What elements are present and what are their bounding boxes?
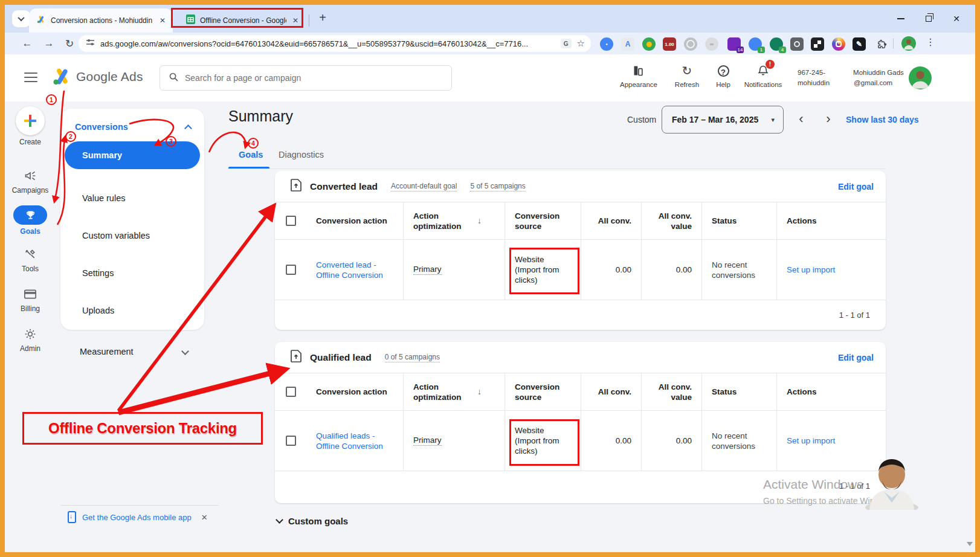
sidebar-item-billing[interactable]: Billing: [5, 286, 56, 313]
browser-tab-sheets[interactable]: Offline Conversion - Google Sh ✕: [179, 8, 306, 33]
browser-profile-avatar[interactable]: [901, 36, 916, 51]
forward-icon[interactable]: →: [41, 36, 57, 51]
extension-keyword-tool-icon[interactable]: A: [621, 37, 634, 51]
window-close-button[interactable]: ✕: [943, 5, 970, 33]
goal-default-badge[interactable]: Account-default goal: [391, 182, 457, 192]
col-action-optimization[interactable]: Action optimization↓: [403, 202, 505, 239]
row-checkbox[interactable]: [286, 436, 296, 446]
extensions-puzzle-icon[interactable]: [875, 37, 888, 51]
sidebar-item-admin[interactable]: Admin: [5, 326, 56, 353]
extension-price-tracker-icon[interactable]: 1.00: [663, 37, 676, 51]
col-all-conv[interactable]: All conv.: [581, 373, 641, 410]
select-all-checkbox[interactable]: [286, 387, 296, 397]
subnav-item-custom-variables[interactable]: Custom variables: [82, 231, 150, 240]
conversion-action-link[interactable]: Qualified leads - Offline Conversion: [316, 431, 393, 451]
col-all-conv[interactable]: All conv.: [581, 202, 641, 239]
divider: [60, 505, 219, 506]
chevron-down-icon[interactable]: [181, 347, 189, 355]
extension-globe-icon[interactable]: [684, 37, 697, 51]
col-actions[interactable]: Actions: [776, 373, 886, 410]
help-button[interactable]: ? Help: [701, 62, 746, 88]
sidebar-item-campaigns[interactable]: Campaigns: [5, 168, 56, 195]
col-all-conv-value[interactable]: All conv. value: [641, 202, 701, 239]
goal-campaigns-badge[interactable]: 5 of 5 campaigns: [470, 182, 525, 192]
extension-qr-icon[interactable]: [811, 37, 824, 51]
close-icon[interactable]: ✕: [291, 16, 300, 25]
set-up-import-link[interactable]: Set up import: [787, 436, 835, 445]
caret-down-icon: ▾: [771, 116, 775, 124]
col-conversion-source[interactable]: Conversion source: [505, 202, 581, 239]
app-search[interactable]: [160, 65, 452, 91]
col-action-optimization[interactable]: Action optimization↓: [403, 373, 505, 410]
col-conversion-source[interactable]: Conversion source: [505, 373, 581, 410]
extension-instagram-icon[interactable]: [832, 37, 845, 51]
subnav-item-settings[interactable]: Settings: [82, 268, 114, 278]
edit-goal-link[interactable]: Edit goal: [838, 353, 874, 362]
back-icon[interactable]: ←: [19, 36, 35, 51]
edit-goal-link[interactable]: Edit goal: [838, 182, 874, 192]
menu-icon[interactable]: [24, 72, 37, 82]
optimization-value[interactable]: Primary: [413, 265, 442, 275]
subnav-item-value-rules[interactable]: Value rules: [82, 193, 125, 203]
tab-diagnostics[interactable]: Diagnostics: [279, 150, 324, 159]
optimization-value[interactable]: Primary: [413, 436, 442, 446]
show-last-30-days-link[interactable]: Show last 30 days: [846, 115, 919, 124]
address-bar[interactable]: ads.google.com/aw/conversions?ocid=64760…: [79, 35, 591, 52]
subnav-item-summary[interactable]: Summary: [65, 141, 200, 169]
site-settings-icon[interactable]: [86, 38, 95, 49]
window-minimize-button[interactable]: [887, 5, 915, 33]
scrollbar-down-arrow[interactable]: [967, 542, 973, 546]
col-actions[interactable]: Actions: [776, 202, 886, 239]
sidebar-item-create[interactable]: Create: [5, 106, 56, 146]
daterange-prev-button[interactable]: ‹: [795, 111, 808, 127]
browser-menu-icon[interactable]: ⋮: [924, 36, 936, 48]
conversion-action-link[interactable]: Converted lead - Offline Conversion: [316, 260, 393, 280]
browser-tab-active[interactable]: Conversion actions - Mohiuddin ✕: [29, 8, 173, 33]
account-avatar[interactable]: [909, 66, 932, 89]
banner-close-icon[interactable]: ✕: [201, 513, 208, 522]
notifications-button[interactable]: ! Notifications: [741, 62, 785, 88]
tab-goals[interactable]: Goals: [239, 150, 263, 159]
subnav-section-conversions[interactable]: Conversions: [75, 122, 128, 132]
tab-title: Offline Conversion - Google Sh: [200, 16, 286, 25]
translate-icon[interactable]: G: [561, 39, 572, 48]
url-text[interactable]: ads.google.com/aw/conversions?ocid=64760…: [100, 39, 555, 48]
subnav-item-uploads[interactable]: Uploads: [82, 306, 114, 315]
extension-purple-icon[interactable]: 14: [727, 37, 741, 51]
extension-co-icon[interactable]: ∞: [705, 37, 718, 51]
window-restore-button[interactable]: [915, 5, 943, 33]
mobile-app-banner[interactable]: Get the Google Ads mobile app ✕: [68, 511, 208, 523]
goal-campaigns-badge[interactable]: 0 of 5 campaigns: [385, 353, 440, 362]
extension-camera-icon[interactable]: [790, 37, 804, 51]
close-icon[interactable]: ✕: [158, 16, 167, 25]
col-conversion-action[interactable]: Conversion action: [306, 373, 403, 410]
extension-tag-icon[interactable]: ⬩: [600, 37, 613, 51]
status-value: No recent conversions: [712, 260, 767, 280]
col-conversion-action[interactable]: Conversion action: [306, 202, 403, 239]
set-up-import-link[interactable]: Set up import: [787, 265, 835, 274]
account-info[interactable]: 967-245-Mohiuddin Gads mohiuddin@gmail.c…: [798, 68, 904, 88]
custom-goals-expander[interactable]: Custom goals: [277, 516, 348, 526]
chevron-up-icon[interactable]: [184, 124, 192, 132]
col-status[interactable]: Status: [701, 373, 776, 410]
row-checkbox[interactable]: [286, 265, 296, 275]
extension-green-icon[interactable]: 4: [770, 37, 783, 51]
select-all-checkbox[interactable]: [286, 216, 296, 226]
sidebar-item-tools[interactable]: Tools: [5, 246, 56, 273]
tab-search-button[interactable]: [12, 10, 30, 27]
new-tab-button[interactable]: +: [314, 11, 331, 25]
bookmark-star-icon[interactable]: ☆: [577, 38, 585, 49]
col-all-conv-value[interactable]: All conv. value: [641, 373, 701, 410]
appearance-button[interactable]: Appearance: [616, 62, 661, 88]
extension-lightbulb-icon[interactable]: [642, 37, 656, 51]
pagination: 1 - 1 of 1: [275, 300, 886, 330]
reload-icon[interactable]: ↻: [62, 36, 77, 51]
extension-blue-icon[interactable]: 1: [749, 37, 762, 51]
extension-pen-icon[interactable]: ✎: [853, 37, 866, 51]
col-status[interactable]: Status: [701, 202, 776, 239]
daterange-next-button[interactable]: ›: [822, 111, 835, 127]
sidebar-item-goals[interactable]: Goals: [5, 205, 56, 236]
subnav-section-measurement[interactable]: Measurement: [80, 347, 134, 356]
daterange-dropdown[interactable]: Feb 17 – Mar 16, 2025 ▾: [662, 106, 784, 134]
search-input[interactable]: [185, 73, 443, 83]
